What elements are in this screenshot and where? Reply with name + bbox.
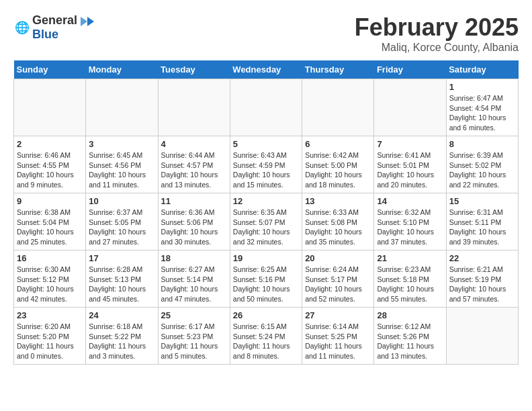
- day-info: Sunrise: 6:43 AM Sunset: 4:59 PM Dayligh…: [233, 150, 299, 190]
- logo: 🌐 General Blue: [13, 13, 94, 42]
- day-number: 12: [233, 196, 299, 206]
- day-info: Sunrise: 6:15 AM Sunset: 5:24 PM Dayligh…: [233, 322, 299, 361]
- day-info: Sunrise: 6:32 AM Sunset: 5:10 PM Dayligh…: [377, 208, 443, 247]
- day-number: 1: [449, 82, 515, 92]
- calendar-week-3: 16Sunrise: 6:30 AM Sunset: 5:12 PM Dayli…: [14, 250, 519, 308]
- day-number: 6: [305, 139, 371, 149]
- day-info: Sunrise: 6:47 AM Sunset: 4:54 PM Dayligh…: [449, 93, 515, 133]
- calendar-cell: 24Sunrise: 6:18 AM Sunset: 5:22 PM Dayli…: [86, 308, 158, 365]
- day-info: Sunrise: 6:30 AM Sunset: 5:12 PM Dayligh…: [17, 265, 83, 304]
- day-number: 25: [161, 310, 227, 320]
- calendar-cell: 15Sunrise: 6:31 AM Sunset: 5:11 PM Dayli…: [446, 193, 518, 250]
- calendar-cell: 26Sunrise: 6:15 AM Sunset: 5:24 PM Dayli…: [230, 308, 302, 365]
- day-info: Sunrise: 6:35 AM Sunset: 5:07 PM Dayligh…: [233, 208, 299, 247]
- day-number: 28: [377, 310, 443, 320]
- page-header: 🌐 General Blue February 2025 Maliq, Korc…: [13, 13, 519, 54]
- logo-blue: Blue: [32, 28, 58, 41]
- calendar-cell: 7Sunrise: 6:41 AM Sunset: 5:01 PM Daylig…: [374, 136, 446, 193]
- header-saturday: Saturday: [446, 60, 518, 79]
- calendar-cell: [446, 308, 518, 365]
- calendar-cell: 1Sunrise: 6:47 AM Sunset: 4:54 PM Daylig…: [446, 79, 518, 136]
- day-number: 3: [89, 139, 154, 149]
- day-info: Sunrise: 6:23 AM Sunset: 5:18 PM Dayligh…: [377, 265, 443, 304]
- location-title: Maliq, Korce County, Albania: [355, 42, 519, 54]
- calendar-cell: [158, 79, 230, 136]
- day-info: Sunrise: 6:28 AM Sunset: 5:13 PM Dayligh…: [89, 265, 154, 304]
- calendar-cell: 10Sunrise: 6:37 AM Sunset: 5:05 PM Dayli…: [86, 193, 158, 250]
- svg-text:🌐: 🌐: [15, 20, 30, 35]
- day-info: Sunrise: 6:17 AM Sunset: 5:23 PM Dayligh…: [161, 322, 227, 361]
- svg-marker-1: [87, 17, 94, 26]
- day-number: 20: [305, 253, 371, 263]
- svg-marker-2: [81, 17, 87, 26]
- weekday-header-row: Sunday Monday Tuesday Wednesday Thursday…: [14, 60, 519, 79]
- day-info: Sunrise: 6:39 AM Sunset: 5:02 PM Dayligh…: [449, 150, 515, 190]
- day-info: Sunrise: 6:14 AM Sunset: 5:25 PM Dayligh…: [305, 322, 371, 361]
- header-friday: Friday: [374, 60, 446, 79]
- day-info: Sunrise: 6:45 AM Sunset: 4:56 PM Dayligh…: [89, 150, 154, 190]
- day-info: Sunrise: 6:27 AM Sunset: 5:14 PM Dayligh…: [161, 265, 227, 304]
- day-info: Sunrise: 6:41 AM Sunset: 5:01 PM Dayligh…: [377, 150, 443, 190]
- calendar-cell: 11Sunrise: 6:36 AM Sunset: 5:06 PM Dayli…: [158, 193, 230, 250]
- calendar-cell: [374, 79, 446, 136]
- calendar-cell: [86, 79, 158, 136]
- day-info: Sunrise: 6:36 AM Sunset: 5:06 PM Dayligh…: [161, 208, 227, 247]
- calendar-table: Sunday Monday Tuesday Wednesday Thursday…: [13, 60, 519, 365]
- calendar-cell: [230, 79, 302, 136]
- header-tuesday: Tuesday: [158, 60, 230, 79]
- month-title: February 2025: [355, 13, 519, 42]
- day-info: Sunrise: 6:33 AM Sunset: 5:08 PM Dayligh…: [305, 208, 371, 247]
- day-info: Sunrise: 6:18 AM Sunset: 5:22 PM Dayligh…: [89, 322, 154, 361]
- calendar-cell: 27Sunrise: 6:14 AM Sunset: 5:25 PM Dayli…: [302, 308, 374, 365]
- day-info: Sunrise: 6:46 AM Sunset: 4:55 PM Dayligh…: [17, 150, 83, 190]
- logo-icon: 🌐: [13, 19, 30, 36]
- day-number: 21: [377, 253, 443, 263]
- day-info: Sunrise: 6:38 AM Sunset: 5:04 PM Dayligh…: [17, 208, 83, 247]
- day-info: Sunrise: 6:20 AM Sunset: 5:20 PM Dayligh…: [17, 322, 83, 361]
- calendar-cell: [14, 79, 86, 136]
- logo-general: General: [32, 13, 77, 27]
- day-number: 24: [89, 310, 154, 320]
- day-number: 2: [17, 139, 83, 149]
- calendar-cell: 18Sunrise: 6:27 AM Sunset: 5:14 PM Dayli…: [158, 250, 230, 308]
- day-number: 26: [233, 310, 299, 320]
- calendar-cell: 21Sunrise: 6:23 AM Sunset: 5:18 PM Dayli…: [374, 250, 446, 308]
- header-thursday: Thursday: [302, 60, 374, 79]
- calendar-cell: 20Sunrise: 6:24 AM Sunset: 5:17 PM Dayli…: [302, 250, 374, 308]
- calendar-cell: 2Sunrise: 6:46 AM Sunset: 4:55 PM Daylig…: [14, 136, 86, 193]
- calendar-cell: 8Sunrise: 6:39 AM Sunset: 5:02 PM Daylig…: [446, 136, 518, 193]
- calendar-cell: 12Sunrise: 6:35 AM Sunset: 5:07 PM Dayli…: [230, 193, 302, 250]
- calendar-cell: 17Sunrise: 6:28 AM Sunset: 5:13 PM Dayli…: [86, 250, 158, 308]
- calendar-cell: 25Sunrise: 6:17 AM Sunset: 5:23 PM Dayli…: [158, 308, 230, 365]
- calendar-cell: 28Sunrise: 6:12 AM Sunset: 5:26 PM Dayli…: [374, 308, 446, 365]
- day-info: Sunrise: 6:31 AM Sunset: 5:11 PM Dayligh…: [449, 208, 515, 247]
- day-info: Sunrise: 6:12 AM Sunset: 5:26 PM Dayligh…: [377, 322, 443, 361]
- day-info: Sunrise: 6:24 AM Sunset: 5:17 PM Dayligh…: [305, 265, 371, 304]
- day-number: 8: [449, 139, 515, 149]
- day-number: 15: [449, 196, 515, 206]
- calendar-cell: 5Sunrise: 6:43 AM Sunset: 4:59 PM Daylig…: [230, 136, 302, 193]
- calendar-cell: 22Sunrise: 6:21 AM Sunset: 5:19 PM Dayli…: [446, 250, 518, 308]
- calendar-cell: 13Sunrise: 6:33 AM Sunset: 5:08 PM Dayli…: [302, 193, 374, 250]
- calendar-cell: 23Sunrise: 6:20 AM Sunset: 5:20 PM Dayli…: [14, 308, 86, 365]
- day-number: 19: [233, 253, 299, 263]
- day-number: 7: [377, 139, 443, 149]
- day-number: 11: [161, 196, 227, 206]
- calendar-cell: 19Sunrise: 6:25 AM Sunset: 5:16 PM Dayli…: [230, 250, 302, 308]
- day-number: 18: [161, 253, 227, 263]
- calendar-week-1: 2Sunrise: 6:46 AM Sunset: 4:55 PM Daylig…: [14, 136, 519, 193]
- header-wednesday: Wednesday: [230, 60, 302, 79]
- day-number: 9: [17, 196, 83, 206]
- day-number: 5: [233, 139, 299, 149]
- day-info: Sunrise: 6:37 AM Sunset: 5:05 PM Dayligh…: [89, 208, 154, 247]
- day-number: 13: [305, 196, 371, 206]
- day-info: Sunrise: 6:44 AM Sunset: 4:57 PM Dayligh…: [161, 150, 227, 190]
- day-number: 17: [89, 253, 154, 263]
- day-number: 23: [17, 310, 83, 320]
- calendar-cell: 14Sunrise: 6:32 AM Sunset: 5:10 PM Dayli…: [374, 193, 446, 250]
- day-info: Sunrise: 6:42 AM Sunset: 5:00 PM Dayligh…: [305, 150, 371, 190]
- calendar-cell: 4Sunrise: 6:44 AM Sunset: 4:57 PM Daylig…: [158, 136, 230, 193]
- calendar-cell: 16Sunrise: 6:30 AM Sunset: 5:12 PM Dayli…: [14, 250, 86, 308]
- day-number: 27: [305, 310, 371, 320]
- day-info: Sunrise: 6:25 AM Sunset: 5:16 PM Dayligh…: [233, 265, 299, 304]
